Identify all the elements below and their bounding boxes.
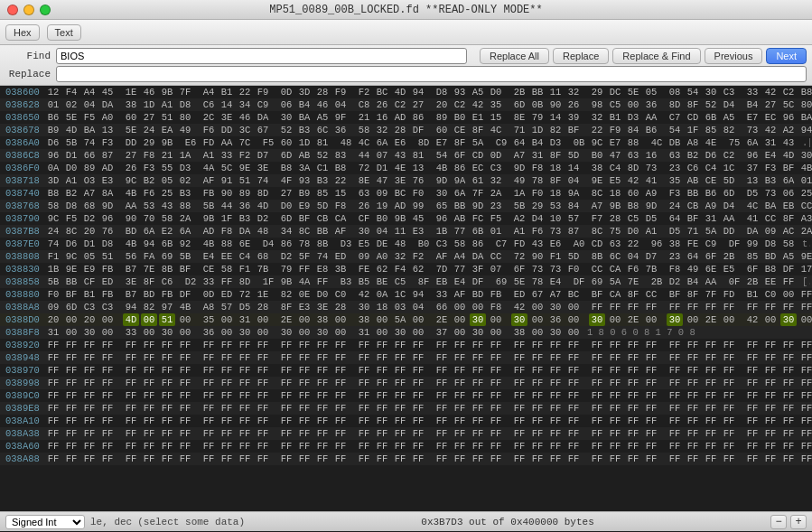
table-row[interactable]: 0388585BBBCFED3E8FC6D233FF8D1F9B4AFFB3B5… <box>0 275 812 288</box>
text-button[interactable]: Text <box>47 24 81 41</box>
hex-byte: 42 <box>511 301 527 313</box>
table-row[interactable]: 038650B65EF5A0602751802C3E46DA30BAA59F21… <box>0 111 812 124</box>
hex-byte: 0F <box>726 275 742 288</box>
hex-byte: FF <box>625 453 641 465</box>
hex-byte: 4D <box>63 124 79 136</box>
hex-byte: 30 <box>392 326 408 339</box>
table-row[interactable]: 03860012F4A4451E469B7FA4B122F90D3D28F9F2… <box>0 86 812 98</box>
hex-byte: FF <box>45 427 61 440</box>
hex-byte: CD <box>685 111 701 124</box>
table-row[interactable]: 0388301B9EE9FBB77E8BBFCE58F17B79FFE83BFE… <box>0 263 812 275</box>
table-row[interactable]: 038920FFFFFFFFFFFFFFFFFFFFFFFFFFFFFFFFFF… <box>0 339 812 351</box>
hex-byte: FF <box>123 440 139 453</box>
previous-button[interactable]: Previous <box>705 48 763 64</box>
hex-byte: FF <box>177 415 193 427</box>
table-row[interactable]: 038A60FFFFFFFFFFFFFFFFFFFFFFFFFFFFFFFFFF… <box>0 440 812 453</box>
table-row[interactable]: 038A38FFFFFFFFFFFFFFFFFFFFFFFFFFFFFFFFFF… <box>0 427 812 440</box>
hex-byte: A9 <box>643 187 659 200</box>
hex-byte: FF <box>744 453 761 465</box>
hex-byte: 30 <box>547 326 564 339</box>
hex-byte: FF <box>141 351 157 364</box>
table-row[interactable]: 03876858D8689DAA5343885B44364DD0E95DF826… <box>0 200 812 212</box>
table-row[interactable]: 0388F83100300033003000360030003000300031… <box>0 326 812 339</box>
hex-button[interactable]: Hex <box>5 24 40 41</box>
table-row[interactable]: 038948FFFFFFFFFFFFFFFFFFFFFFFFFFFFFFFFFF… <box>0 351 812 364</box>
hex-byte: 0B <box>529 98 546 111</box>
hex-byte: 8D <box>237 275 253 288</box>
hex-byte: FF <box>529 415 546 427</box>
hex-byte: FF <box>332 377 349 389</box>
hex-byte: 78 <box>529 174 546 187</box>
hex-byte: BD <box>470 288 486 301</box>
table-row[interactable]: 038678B94DBA135E24EA49F6DD3C6752B36C3658… <box>0 124 812 136</box>
table-row[interactable]: 0389C0FFFFFFFFFFFFFFFFFFFFFFFFFFFFFFFFFF… <box>0 389 812 402</box>
hex-byte: C3 <box>99 301 116 313</box>
hex-byte: FF <box>45 339 61 351</box>
hex-byte: 69 <box>159 250 175 263</box>
int-type-select[interactable]: Signed Int Unsigned Int <box>5 515 85 529</box>
table-row[interactable]: 0387909CF5D2969070582A9B1FB3D26DBFCBCACF… <box>0 212 812 225</box>
table-row[interactable]: 0387E074D6D1D84B946B924B886ED486788BD3E5… <box>0 238 812 250</box>
decrease-button[interactable]: − <box>770 515 787 529</box>
find-input[interactable] <box>56 48 467 64</box>
table-row[interactable]: 0386F00AD089AD26F355D34A5C9E3EB83AC1B872… <box>0 162 812 174</box>
hex-byte: 04 <box>374 225 390 238</box>
hex-byte: 8C <box>296 225 313 238</box>
table-row[interactable]: 0387183DA1O3E39CB20502AF9151744F93B3228E… <box>0 174 812 187</box>
hex-byte: FF <box>141 415 157 427</box>
hex-byte: BB <box>314 225 331 238</box>
maximize-button[interactable] <box>40 5 51 15</box>
hex-byte: D1 <box>81 238 98 250</box>
hex-byte: D0 <box>314 288 331 301</box>
hex-byte: FF <box>219 377 235 389</box>
address-cell: 0389E8 <box>2 402 45 415</box>
minimize-button[interactable] <box>23 5 34 15</box>
table-row[interactable]: 038998FFFFFFFFFFFFFFFFFFFFFFFFFFFFFFFFFF… <box>0 377 812 389</box>
hex-byte: 02 <box>63 98 79 111</box>
hex-byte: FF <box>703 389 719 402</box>
table-row[interactable]: 0389E8FFFFFFFFFFFFFFFFFFFFFFFFFFFFFFFFFF… <box>0 402 812 415</box>
hex-byte: FF <box>278 415 294 427</box>
address-cell: 038A88 <box>2 453 45 465</box>
hex-view[interactable]: 03860012F4A4451E469B7FA4B122F90D3D28F9F2… <box>0 86 812 511</box>
table-row[interactable]: 038880F0BFB1FBB7BDFBDF0DED721E820ED0C042… <box>0 288 812 301</box>
table-row[interactable]: 038A10FFFFFFFFFFFFFFFFFFFFFFFFFFFFFFFFFF… <box>0 415 812 427</box>
hex-byte: 60 <box>434 124 450 136</box>
table-row[interactable]: 0386C896D1668727F8211AA133F2D76DAB528344… <box>0 149 812 162</box>
increase-button[interactable]: + <box>790 515 807 529</box>
close-button[interactable] <box>7 5 18 15</box>
table-row[interactable]: 0388D0200020004D005100350031002E00380038… <box>0 313 812 326</box>
replace-button[interactable]: Replace <box>553 48 609 64</box>
table-row[interactable]: 0386A0D65B74F3DD299BE6FDAA7CF5601D81484C… <box>0 136 812 149</box>
table-row[interactable]: 0387B8248C2076BD6AE26AADF8DA48348CBBAF30… <box>0 225 812 238</box>
replace-find-button[interactable]: Replace & Find <box>612 48 700 64</box>
table-row[interactable]: 0388A8096DC3C39482974BA857D5288FE33E2830… <box>0 301 812 313</box>
hex-byte: D3 <box>177 162 193 174</box>
hex-byte: FF <box>141 440 157 453</box>
table-row[interactable]: 038628010204DA381DA1D8C61434C906B44604C8… <box>0 98 812 111</box>
table-row[interactable]: 038970FFFFFFFFFFFFFFFFFFFFFFFFFFFFFFFFFF… <box>0 364 812 377</box>
hex-byte: 75 <box>726 136 742 149</box>
hex-byte: 00 <box>488 313 504 326</box>
hex-byte: 6F <box>511 263 527 275</box>
hex-byte: EC <box>762 111 779 124</box>
replace-all-button[interactable]: Replace All <box>480 48 549 64</box>
hex-byte: DD <box>721 225 737 238</box>
hex-byte: 4C <box>488 124 504 136</box>
hex-byte: 0D <box>278 86 294 98</box>
next-button[interactable]: Next <box>766 48 807 64</box>
hex-byte: FF <box>565 427 582 440</box>
table-row[interactable]: 038740B8B2A78A4BF625B3FB90898D27B9851563… <box>0 187 812 200</box>
hex-byte: F5 <box>63 212 79 225</box>
table-row[interactable]: 038A88FFFFFFFFFFFFFFFFFFFFFFFFFFFFFFFFFF… <box>0 453 812 465</box>
hex-byte: 7E <box>625 275 641 288</box>
table-row[interactable]: 038808F19C055156FA695BE4EEC468D25F74ED09… <box>0 250 812 263</box>
hex-byte: FF <box>332 440 349 453</box>
hex-byte: 6D <box>278 212 294 225</box>
hex-byte: FF <box>744 339 761 351</box>
hex-byte: FF <box>314 377 331 389</box>
hex-byte: 9A <box>452 174 468 187</box>
hex-byte: A5 <box>470 86 486 98</box>
hex-byte: FF <box>589 427 605 440</box>
replace-input[interactable] <box>56 66 807 82</box>
